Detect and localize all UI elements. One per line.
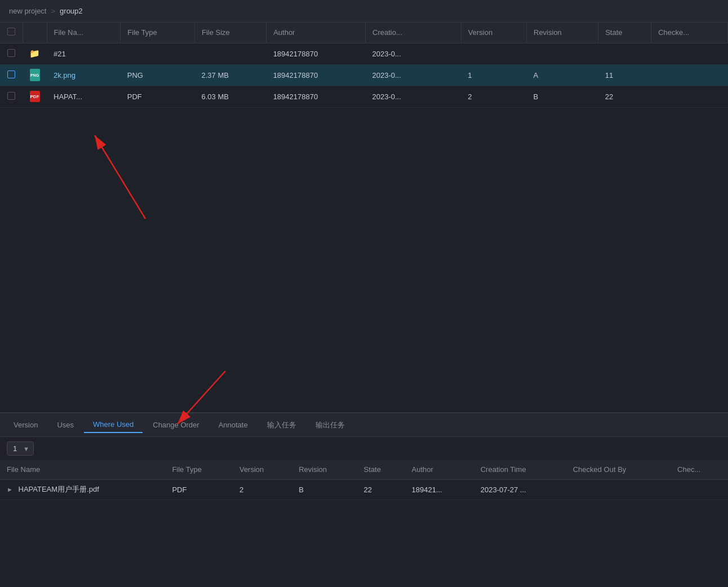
row-icon-cell: PDF [23, 86, 47, 107]
bottom-row-filetype: PDF [165, 479, 233, 500]
version-dropdown[interactable]: 1 2 3 [7, 442, 34, 456]
row-revision: A [527, 64, 598, 86]
col-header-filename: File Na... [47, 23, 121, 43]
bottom-col-header-version: Version [233, 460, 292, 479]
bottom-col-header-filetype: File Type [165, 460, 233, 479]
row-state: 11 [598, 64, 651, 86]
row-icon-cell: 📁 [23, 43, 47, 64]
select-all-checkbox[interactable] [7, 28, 15, 36]
col-header-checkedout: Checke... [651, 23, 728, 43]
where-used-table: File Name File Type Version Revision Sta… [0, 460, 728, 500]
bottom-row-chec [671, 479, 728, 500]
row-revision: B [527, 86, 598, 107]
row-state: 22 [598, 86, 651, 107]
col-header-state: State [598, 23, 651, 43]
breadcrumb-separator: > [51, 7, 55, 15]
table-row[interactable]: PDF HAPAT... PDF 6.03 MB 18942178870 202… [0, 86, 728, 107]
row-author: 18942178870 [267, 64, 366, 86]
bottom-row-creation-time: 2023-07-27 ... [474, 479, 566, 500]
row-checkedout [651, 43, 728, 64]
row-filetype: PDF [121, 86, 195, 107]
bottom-row-author: 189421... [405, 479, 474, 500]
row-state [598, 43, 651, 64]
main-file-area: File Na... File Type File Size Author Cr… [0, 23, 728, 412]
pdf-icon: PDF [30, 91, 40, 102]
row-checkbox[interactable] [7, 49, 15, 57]
row-author: 18942178870 [267, 86, 366, 107]
row-filetype [121, 43, 195, 64]
row-revision [527, 43, 598, 64]
bottom-col-header-checked-out-by: Checked Out By [566, 460, 671, 479]
tab-change-order[interactable]: Change Order [144, 417, 208, 432]
bottom-row-version: 2 [233, 479, 292, 500]
bottom-col-header-author: Author [405, 460, 474, 479]
row-checkedout [651, 86, 728, 107]
row-version [461, 43, 526, 64]
col-header-version: Version [461, 23, 526, 43]
row-filename[interactable]: HAPAT... [47, 86, 121, 107]
tab-where-used[interactable]: Where Used [84, 417, 143, 433]
file-table: File Na... File Type File Size Author Cr… [0, 23, 728, 108]
row-checkbox-cell[interactable] [0, 64, 23, 86]
row-filesize [194, 43, 266, 64]
row-author: 18942178870 [267, 43, 366, 64]
breadcrumb-current: group2 [60, 7, 82, 15]
folder-icon: 📁 [29, 48, 40, 58]
col-header-filetype: File Type [121, 23, 195, 43]
row-version: 1 [461, 64, 526, 86]
row-version: 2 [461, 86, 526, 107]
tab-output-task[interactable]: 输出任务 [307, 417, 354, 434]
bottom-col-header-chec: Chec... [671, 460, 728, 479]
row-checkbox-cell[interactable] [0, 86, 23, 107]
tab-bar: Version Uses Where Used Change Order Ann… [0, 413, 728, 437]
bottom-col-header-creation-time: Creation Time [474, 460, 566, 479]
col-header-filesize: File Size [194, 23, 266, 43]
table-row[interactable]: 📁 #21 18942178870 2023-0... [0, 43, 728, 64]
row-creation: 2023-0... [366, 64, 461, 86]
col-header-author: Author [267, 23, 366, 43]
bottom-col-header-filename: File Name [0, 460, 165, 479]
breadcrumb-parent[interactable]: new project [9, 7, 46, 15]
expand-arrow-icon[interactable]: ► [7, 486, 13, 493]
col-header-icon [23, 23, 47, 43]
row-filesize: 2.37 MB [194, 64, 266, 86]
tab-version[interactable]: Version [5, 417, 47, 432]
bottom-row-revision: B [292, 479, 357, 500]
table-row[interactable]: PNG 2k.png PNG 2.37 MB 18942178870 2023-… [0, 64, 728, 86]
row-filesize: 6.03 MB [194, 86, 266, 107]
row-creation: 2023-0... [366, 86, 461, 107]
breadcrumb-bar: new project > group2 [0, 0, 728, 23]
col-header-creation: Creatio... [366, 23, 461, 43]
bottom-row-filename[interactable]: ► HAPATEAM用户手册.pdf [0, 479, 165, 500]
bottom-row-checked-out-by [566, 479, 671, 500]
bottom-col-header-state: State [357, 460, 405, 479]
col-header-revision: Revision [527, 23, 598, 43]
row-filename[interactable]: #21 [47, 43, 121, 64]
png-icon: PNG [30, 69, 40, 81]
row-checkedout [651, 64, 728, 86]
row-icon-cell: PNG [23, 64, 47, 86]
row-checkbox[interactable] [7, 92, 15, 100]
dropdown-row: 1 2 3 ▼ [0, 437, 728, 460]
table-row[interactable]: ► HAPATEAM用户手册.pdf PDF 2 B 22 189421... … [0, 479, 728, 500]
bottom-row-state: 22 [357, 479, 405, 500]
tab-annotate[interactable]: Annotate [210, 417, 257, 432]
tab-uses[interactable]: Uses [48, 417, 83, 432]
col-header-checkbox[interactable] [0, 23, 23, 43]
bottom-col-header-revision: Revision [292, 460, 357, 479]
row-checkbox-cell[interactable] [0, 43, 23, 64]
row-filetype: PNG [121, 64, 195, 86]
tab-input-task[interactable]: 输入任务 [258, 417, 305, 434]
row-checkbox[interactable] [7, 70, 15, 78]
version-dropdown-wrapper[interactable]: 1 2 3 ▼ [7, 442, 34, 456]
bottom-panel: Version Uses Where Used Change Order Ann… [0, 412, 728, 587]
row-creation: 2023-0... [366, 43, 461, 64]
row-filename[interactable]: 2k.png [47, 64, 121, 86]
